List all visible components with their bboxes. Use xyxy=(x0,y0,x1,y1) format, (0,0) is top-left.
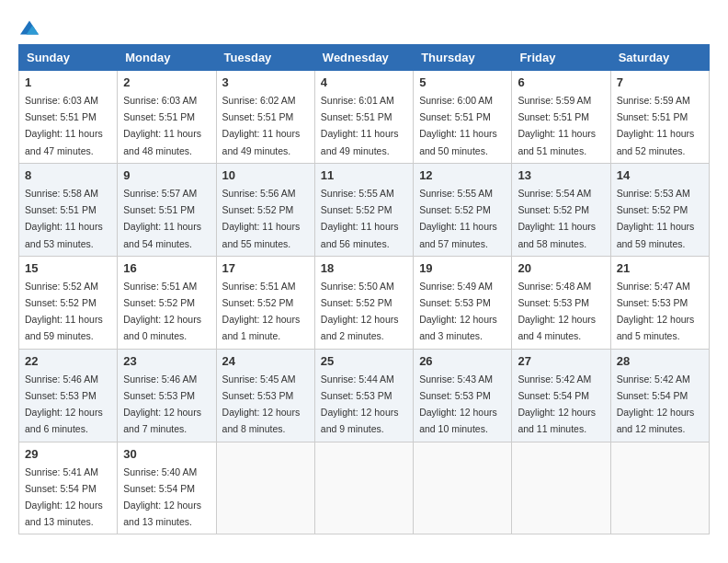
day-number: 2 xyxy=(123,75,210,89)
day-info: Sunrise: 5:59 AMSunset: 5:51 PMDaylight:… xyxy=(518,95,596,156)
day-info: Sunrise: 5:40 AMSunset: 5:54 PMDaylight:… xyxy=(123,466,201,528)
calendar-day-cell: 25 Sunrise: 5:44 AMSunset: 5:53 PMDaylig… xyxy=(314,349,413,442)
weekday-header-cell: Tuesday xyxy=(216,45,314,71)
day-number: 5 xyxy=(419,75,506,89)
day-number: 4 xyxy=(321,75,407,89)
day-number: 16 xyxy=(123,261,210,275)
day-info: Sunrise: 5:46 AMSunset: 5:53 PMDaylight:… xyxy=(25,373,103,435)
day-info: Sunrise: 5:45 AMSunset: 5:53 PMDaylight:… xyxy=(222,373,301,435)
day-info: Sunrise: 6:00 AMSunset: 5:51 PMDaylight:… xyxy=(419,95,497,156)
day-info: Sunrise: 5:50 AMSunset: 5:52 PMDaylight:… xyxy=(321,281,399,342)
logo xyxy=(18,18,39,37)
calendar-week-row: 1 Sunrise: 6:03 AMSunset: 5:51 PMDayligh… xyxy=(19,71,710,164)
day-info: Sunrise: 5:55 AMSunset: 5:52 PMDaylight:… xyxy=(321,188,399,249)
weekday-header-cell: Monday xyxy=(118,45,216,71)
calendar-day-cell: 14 Sunrise: 5:53 AMSunset: 5:52 PMDaylig… xyxy=(610,163,709,256)
logo-icon xyxy=(20,18,39,37)
calendar-day-cell: 27 Sunrise: 5:42 AMSunset: 5:54 PMDaylig… xyxy=(512,349,610,442)
day-number: 3 xyxy=(222,75,309,89)
day-number: 30 xyxy=(123,447,210,461)
calendar-day-cell: 26 Sunrise: 5:43 AMSunset: 5:53 PMDaylig… xyxy=(414,349,512,442)
day-info: Sunrise: 5:58 AMSunset: 5:51 PMDaylight:… xyxy=(25,188,103,249)
calendar-day-cell: 18 Sunrise: 5:50 AMSunset: 5:52 PMDaylig… xyxy=(314,256,413,349)
day-info: Sunrise: 6:03 AMSunset: 5:51 PMDaylight:… xyxy=(123,95,201,156)
calendar-day-cell: 28 Sunrise: 5:42 AMSunset: 5:54 PMDaylig… xyxy=(610,349,709,442)
calendar-day-cell: 1 Sunrise: 6:03 AMSunset: 5:51 PMDayligh… xyxy=(19,71,118,164)
day-number: 10 xyxy=(222,168,309,182)
weekday-header-cell: Friday xyxy=(512,45,610,71)
day-number: 12 xyxy=(419,168,506,182)
calendar-day-cell xyxy=(314,442,413,534)
day-number: 7 xyxy=(617,75,703,89)
calendar-day-cell: 23 Sunrise: 5:46 AMSunset: 5:53 PMDaylig… xyxy=(118,349,216,442)
day-number: 6 xyxy=(518,75,604,89)
calendar-day-cell: 4 Sunrise: 6:01 AMSunset: 5:51 PMDayligh… xyxy=(314,71,413,164)
day-number: 23 xyxy=(123,354,210,368)
day-number: 28 xyxy=(617,354,703,368)
calendar-week-row: 8 Sunrise: 5:58 AMSunset: 5:51 PMDayligh… xyxy=(19,163,710,256)
calendar-day-cell: 6 Sunrise: 5:59 AMSunset: 5:51 PMDayligh… xyxy=(512,71,610,164)
calendar-day-cell: 30 Sunrise: 5:40 AMSunset: 5:54 PMDaylig… xyxy=(118,442,216,534)
day-info: Sunrise: 5:59 AMSunset: 5:51 PMDaylight:… xyxy=(617,95,695,156)
calendar-day-cell: 22 Sunrise: 5:46 AMSunset: 5:53 PMDaylig… xyxy=(19,349,118,442)
day-info: Sunrise: 5:55 AMSunset: 5:52 PMDaylight:… xyxy=(419,188,497,249)
calendar-day-cell: 21 Sunrise: 5:47 AMSunset: 5:53 PMDaylig… xyxy=(610,256,709,349)
day-info: Sunrise: 5:53 AMSunset: 5:52 PMDaylight:… xyxy=(617,188,695,249)
day-info: Sunrise: 5:42 AMSunset: 5:54 PMDaylight:… xyxy=(518,373,596,435)
day-info: Sunrise: 5:54 AMSunset: 5:52 PMDaylight:… xyxy=(518,188,596,249)
day-number: 24 xyxy=(222,354,309,368)
day-number: 20 xyxy=(518,261,604,275)
day-number: 19 xyxy=(419,261,506,275)
day-info: Sunrise: 5:44 AMSunset: 5:53 PMDaylight:… xyxy=(321,373,399,435)
weekday-header-cell: Thursday xyxy=(414,45,512,71)
calendar-day-cell: 12 Sunrise: 5:55 AMSunset: 5:52 PMDaylig… xyxy=(414,163,512,256)
calendar-day-cell: 8 Sunrise: 5:58 AMSunset: 5:51 PMDayligh… xyxy=(19,163,118,256)
calendar-day-cell: 19 Sunrise: 5:49 AMSunset: 5:53 PMDaylig… xyxy=(414,256,512,349)
calendar-day-cell xyxy=(610,442,709,534)
calendar-day-cell: 2 Sunrise: 6:03 AMSunset: 5:51 PMDayligh… xyxy=(118,71,216,164)
day-info: Sunrise: 6:01 AMSunset: 5:51 PMDaylight:… xyxy=(321,95,399,156)
calendar-week-row: 15 Sunrise: 5:52 AMSunset: 5:52 PMDaylig… xyxy=(19,256,710,349)
day-number: 8 xyxy=(25,168,111,182)
calendar-day-cell: 7 Sunrise: 5:59 AMSunset: 5:51 PMDayligh… xyxy=(610,71,709,164)
day-info: Sunrise: 5:56 AMSunset: 5:52 PMDaylight:… xyxy=(222,188,301,249)
day-info: Sunrise: 5:41 AMSunset: 5:54 PMDaylight:… xyxy=(25,466,103,528)
weekday-header-cell: Saturday xyxy=(610,45,709,71)
day-number: 9 xyxy=(123,168,210,182)
day-number: 11 xyxy=(321,168,407,182)
weekday-header-row: SundayMondayTuesdayWednesdayThursdayFrid… xyxy=(19,45,710,71)
calendar-day-cell: 29 Sunrise: 5:41 AMSunset: 5:54 PMDaylig… xyxy=(19,442,118,534)
day-info: Sunrise: 5:47 AMSunset: 5:53 PMDaylight:… xyxy=(617,281,695,342)
calendar-week-row: 22 Sunrise: 5:46 AMSunset: 5:53 PMDaylig… xyxy=(19,349,710,442)
calendar-day-cell: 5 Sunrise: 6:00 AMSunset: 5:51 PMDayligh… xyxy=(414,71,512,164)
calendar-body: 1 Sunrise: 6:03 AMSunset: 5:51 PMDayligh… xyxy=(19,71,710,534)
day-number: 26 xyxy=(419,354,506,368)
day-number: 27 xyxy=(518,354,604,368)
day-info: Sunrise: 5:49 AMSunset: 5:53 PMDaylight:… xyxy=(419,281,497,342)
calendar-day-cell: 15 Sunrise: 5:52 AMSunset: 5:52 PMDaylig… xyxy=(19,256,118,349)
calendar-day-cell: 13 Sunrise: 5:54 AMSunset: 5:52 PMDaylig… xyxy=(512,163,610,256)
day-info: Sunrise: 6:03 AMSunset: 5:51 PMDaylight:… xyxy=(25,95,103,156)
day-info: Sunrise: 5:51 AMSunset: 5:52 PMDaylight:… xyxy=(222,281,301,342)
day-number: 15 xyxy=(25,261,111,275)
day-info: Sunrise: 6:02 AMSunset: 5:51 PMDaylight:… xyxy=(222,95,301,156)
calendar-day-cell: 24 Sunrise: 5:45 AMSunset: 5:53 PMDaylig… xyxy=(216,349,314,442)
calendar-day-cell xyxy=(512,442,610,534)
day-info: Sunrise: 5:51 AMSunset: 5:52 PMDaylight:… xyxy=(123,281,201,342)
calendar-day-cell: 20 Sunrise: 5:48 AMSunset: 5:53 PMDaylig… xyxy=(512,256,610,349)
day-number: 22 xyxy=(25,354,111,368)
weekday-header-cell: Sunday xyxy=(19,45,118,71)
calendar-day-cell: 10 Sunrise: 5:56 AMSunset: 5:52 PMDaylig… xyxy=(216,163,314,256)
day-info: Sunrise: 5:52 AMSunset: 5:52 PMDaylight:… xyxy=(25,281,103,342)
day-number: 17 xyxy=(222,261,309,275)
day-number: 25 xyxy=(321,354,407,368)
calendar-day-cell: 3 Sunrise: 6:02 AMSunset: 5:51 PMDayligh… xyxy=(216,71,314,164)
calendar-day-cell: 11 Sunrise: 5:55 AMSunset: 5:52 PMDaylig… xyxy=(314,163,413,256)
page-header xyxy=(18,18,710,37)
weekday-header-cell: Wednesday xyxy=(314,45,413,71)
day-number: 14 xyxy=(617,168,703,182)
day-info: Sunrise: 5:43 AMSunset: 5:53 PMDaylight:… xyxy=(419,373,497,435)
calendar-day-cell: 16 Sunrise: 5:51 AMSunset: 5:52 PMDaylig… xyxy=(118,256,216,349)
day-number: 18 xyxy=(321,261,407,275)
day-info: Sunrise: 5:42 AMSunset: 5:54 PMDaylight:… xyxy=(617,373,695,435)
